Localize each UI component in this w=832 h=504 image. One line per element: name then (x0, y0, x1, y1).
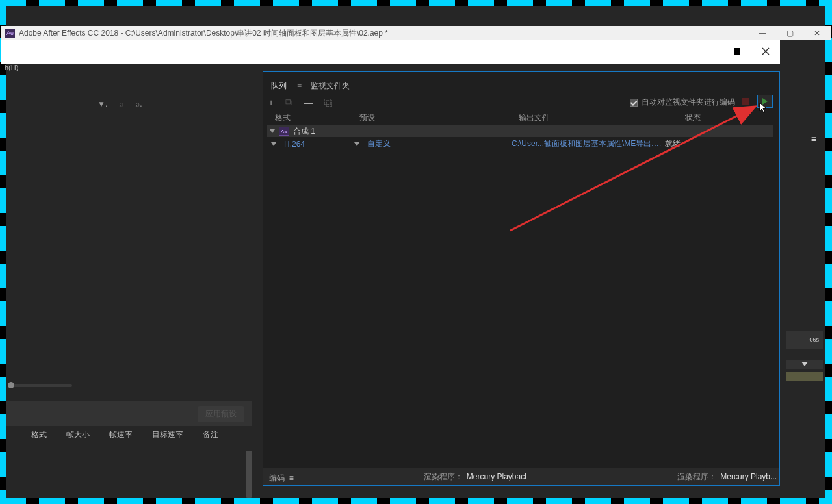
col-notes: 备注 (203, 429, 218, 440)
mouse-cursor-icon (759, 102, 768, 114)
format-dropdown-icon[interactable] (271, 142, 276, 146)
stop-indicator-icon (742, 98, 749, 105)
preset-link[interactable]: 自定义 (365, 138, 509, 149)
auto-encode-checkbox[interactable] (630, 99, 638, 107)
ame-minimize-button[interactable] (694, 47, 723, 57)
tab-watch-folders[interactable]: 监视文件夹 (308, 79, 352, 94)
col-bitrate: 目标速率 (152, 429, 183, 440)
preset-scrollbar[interactable] (246, 451, 252, 498)
apply-preset-bar: 应用预设 (6, 401, 252, 426)
timeline-clip (786, 372, 823, 381)
ame-title-bar (1, 40, 780, 64)
col-header-format: 格式 (275, 112, 359, 123)
status-text: 就绪 (665, 138, 681, 149)
ae-title-bar: Ae Adobe After Effects CC 2018 - C:\User… (1, 26, 831, 40)
ae-close-button[interactable]: ✕ (803, 29, 831, 38)
panel-menu-icon[interactable]: ≡ (811, 134, 816, 144)
right-panel: ≡ 06s (780, 71, 826, 487)
encoding-tab[interactable]: 编码 ≡ (269, 473, 294, 484)
output-row[interactable]: H.264 自定义 C:\User...轴面板和图层基本属性\ME导出.mp4 … (271, 138, 773, 149)
search-icon[interactable]: ⌕ (119, 99, 124, 108)
format-link[interactable]: H.264 (281, 140, 352, 149)
auto-encode-toggle[interactable]: 自动对监视文件夹进行编码 (630, 97, 735, 108)
timeline-block: 06s (786, 331, 823, 349)
preset-dropdown-icon[interactable] (354, 142, 359, 146)
renderer-label: 渲染程序： (424, 472, 463, 483)
chevron-down-icon (801, 362, 808, 366)
svg-rect-1 (734, 48, 740, 55)
column-headers: 格式 预设 输出文件 状态 (275, 112, 773, 123)
thumbnail-size-slider[interactable] (10, 384, 72, 387)
source-name: 合成 1 (293, 126, 315, 137)
filter-icon[interactable]: ▼. (98, 99, 107, 108)
ae-maximize-button[interactable]: ▢ (776, 29, 803, 38)
preset-toolbar: ▼. ⌕ ⌕. (6, 96, 263, 112)
renderer-value-2[interactable]: Mercury Playb... (720, 472, 777, 481)
tab-menu-icon[interactable]: ≡ (297, 82, 302, 91)
queue-toolbar: + ⧉ — ⿻ (268, 97, 333, 108)
preset-browser-panel: ▼. ⌕ ⌕. 应用预设 格式 帧大小 帧速率 目标速率 备注 (6, 71, 263, 498)
help-menu-suffix: h(H) (5, 64, 18, 71)
ae-window-title: Adobe After Effects CC 2018 - C:\Users\A… (19, 28, 388, 39)
ae-source-icon: Ae (279, 127, 289, 136)
preset-columns: 格式 帧大小 帧速率 目标速率 备注 (31, 429, 218, 440)
remove-button[interactable]: — (304, 97, 313, 108)
queue-panel: 队列 ≡ 监视文件夹 + ⧉ — ⿻ 自动对监视文件夹进行编码 格式 预设 输出… (263, 71, 780, 486)
duplicate-button[interactable]: ⿻ (324, 97, 333, 108)
ame-maximize-button[interactable] (723, 47, 751, 57)
col-header-output: 输出文件 (519, 112, 685, 123)
output-path-link[interactable]: C:\User...轴面板和图层基本属性\ME导出.mp4 (512, 138, 662, 149)
timecode-label: 06s (809, 336, 819, 343)
renderer-label-2: 渲染程序： (677, 472, 716, 483)
add-output-button[interactable]: ⧉ (285, 97, 292, 108)
col-header-preset: 预设 (359, 112, 519, 123)
col-header-status: 状态 (685, 112, 763, 123)
ae-minimize-button[interactable]: — (749, 29, 776, 38)
renderer-value[interactable]: Mercury Playbacl (467, 472, 526, 481)
col-format: 格式 (31, 429, 47, 440)
col-framesize: 帧大小 (66, 429, 90, 440)
add-source-button[interactable]: + (268, 97, 274, 108)
apply-preset-button[interactable]: 应用预设 (198, 406, 244, 422)
source-row[interactable]: Ae 合成 1 (267, 125, 773, 137)
twirl-down-icon[interactable] (270, 129, 275, 133)
timeline-marker[interactable] (786, 360, 823, 369)
ae-app-icon: Ae (5, 29, 15, 38)
search-alt-icon[interactable]: ⌕. (135, 99, 142, 108)
ame-close-button[interactable] (751, 47, 780, 57)
tab-queue[interactable]: 队列 (268, 79, 289, 94)
col-framerate: 帧速率 (109, 429, 133, 440)
auto-encode-label: 自动对监视文件夹进行编码 (642, 97, 735, 108)
renderer-bar: 渲染程序： Mercury Playbacl 渲染程序： Mercury Pla… (263, 468, 779, 485)
